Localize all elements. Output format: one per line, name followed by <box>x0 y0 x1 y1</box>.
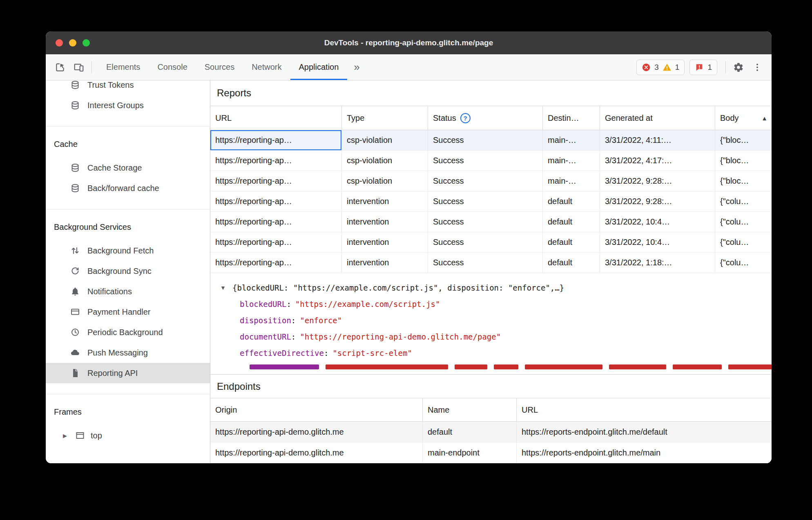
section-header-background-services: Background Services <box>46 217 210 237</box>
device-toolbar-icon <box>74 62 84 73</box>
devtools-toolbar: Elements Console Sources Network Applica… <box>46 54 772 80</box>
column-header-name[interactable]: Name <box>423 398 517 421</box>
minimize-window-icon[interactable] <box>69 39 76 47</box>
database-icon <box>70 80 80 90</box>
json-property: blockedURL"https://example.com/script.js… <box>220 296 772 312</box>
report-row[interactable]: https://reporting-ap… csp-violation Succ… <box>210 130 772 151</box>
json-property: documentURL"https://reporting-api-demo.g… <box>220 329 772 345</box>
report-url-cell: https://reporting-ap… <box>210 232 342 252</box>
endpoint-url-cell: https://reports-endpoint.glitch.me/defau… <box>517 422 772 442</box>
more-options-button[interactable] <box>748 58 767 77</box>
report-generated-cell: 3/31/2022, 10:4… <box>600 212 715 232</box>
report-row[interactable]: https://reporting-ap… intervention Succe… <box>210 212 772 232</box>
column-header-body[interactable]: Body ▲ <box>715 106 772 130</box>
clipped-json-line <box>250 364 772 369</box>
sidebar-item-notifications[interactable]: Notifications <box>46 281 210 302</box>
report-status-cell: Success <box>428 232 543 252</box>
sidebar-section-frames: Frames ▶ top <box>46 394 210 446</box>
sidebar-item-periodic-background-sync[interactable]: Periodic Background <box>46 322 210 342</box>
status-help-icon[interactable]: ? <box>460 113 471 123</box>
sidebar-section-background-services: Background Services Background Fetch Bac… <box>46 209 210 383</box>
tab-application[interactable]: Application <box>290 54 348 80</box>
inspect-element-button[interactable] <box>51 58 69 77</box>
report-generated-cell: 3/31/2022, 9:28:… <box>600 191 715 211</box>
section-header-cache: Cache <box>46 134 210 154</box>
column-header-endpoint-url[interactable]: URL <box>517 398 772 421</box>
sidebar-item-top-frame[interactable]: ▶ top <box>46 425 210 446</box>
column-header-destination[interactable]: Destin… <box>543 106 600 130</box>
report-body-preview: ▼ {blockedURL: "https://example.com/scri… <box>210 273 772 374</box>
tab-sources[interactable]: Sources <box>196 54 243 80</box>
sort-ascending-icon: ▲ <box>761 115 767 122</box>
column-header-type[interactable]: Type <box>342 106 428 130</box>
document-icon <box>70 368 80 378</box>
column-header-status[interactable]: Status ? <box>428 106 543 130</box>
report-destination-cell: default <box>543 212 600 232</box>
settings-button[interactable] <box>729 58 748 77</box>
sidebar-item-label: Periodic Background <box>87 328 163 337</box>
sidebar-item-label: top <box>91 431 102 440</box>
notifications-bell-icon <box>70 287 80 296</box>
sidebar-item-payment-handler[interactable]: Payment Handler <box>46 302 210 322</box>
report-body-cell: {"colu… <box>715 212 772 232</box>
section-header-frames: Frames <box>46 402 210 422</box>
report-url-cell: https://reporting-ap… <box>210 212 342 232</box>
tab-console[interactable]: Console <box>149 54 196 80</box>
report-status-cell: Success <box>428 171 543 191</box>
tab-elements[interactable]: Elements <box>98 54 149 80</box>
endpoints-section-title: Endpoints <box>210 374 772 398</box>
issues-icon <box>695 63 704 72</box>
column-header-generated-at[interactable]: Generated at <box>600 106 715 130</box>
warning-icon <box>663 63 671 72</box>
report-row[interactable]: https://reporting-ap… csp-violation Succ… <box>210 151 772 171</box>
endpoint-origin-cell: https://reporting-api-demo.glitch.me <box>210 442 423 463</box>
report-type-cell: csp-violation <box>342 171 428 191</box>
report-body-cell: {"bloc… <box>715 171 772 191</box>
report-generated-cell: 3/31/2022, 4:11:… <box>600 130 715 150</box>
report-row[interactable]: https://reporting-ap… intervention Succe… <box>210 191 772 212</box>
report-row[interactable]: https://reporting-ap… intervention Succe… <box>210 253 772 273</box>
endpoint-row[interactable]: https://reporting-api-demo.glitch.me def… <box>210 422 772 442</box>
reporting-api-view: Reports URL Type Status ? Destin… Genera… <box>210 80 772 463</box>
expand-arrow-icon[interactable]: ▶ <box>63 433 69 439</box>
sidebar-item-cache-storage[interactable]: Cache Storage <box>46 158 210 178</box>
sidebar-item-reporting-api[interactable]: Reporting API <box>46 363 210 383</box>
report-url-cell: https://reporting-ap… <box>210 253 342 273</box>
sidebar-item-interest-groups[interactable]: Interest Groups <box>46 95 210 116</box>
zoom-window-icon[interactable] <box>83 39 90 47</box>
report-url-cell: https://reporting-ap… <box>210 151 342 171</box>
report-destination-cell: main-… <box>543 151 600 171</box>
window-title: DevTools - reporting-api-demo.glitch.me/… <box>324 38 493 47</box>
endpoint-name-cell: default <box>423 422 517 442</box>
report-status-cell: Success <box>428 151 543 171</box>
close-window-icon[interactable] <box>56 39 63 47</box>
console-summary-badge[interactable]: 3 1 <box>636 60 685 75</box>
report-row[interactable]: https://reporting-ap… intervention Succe… <box>210 232 772 253</box>
report-url-cell[interactable]: https://reporting-ap… <box>210 130 342 150</box>
tab-network[interactable]: Network <box>243 54 290 80</box>
more-tabs-icon[interactable]: » <box>347 54 366 80</box>
sidebar-item-push-messaging[interactable]: Push Messaging <box>46 342 210 363</box>
application-panel: Trust Tokens Interest Groups Cache Cache… <box>46 80 772 463</box>
json-preview-summary: {blockedURL: "https://example.com/script… <box>232 283 564 292</box>
database-icon <box>70 100 80 110</box>
json-property-key: documentURL <box>240 332 300 341</box>
report-type-cell: csp-violation <box>342 151 428 171</box>
column-header-url[interactable]: URL <box>210 106 342 130</box>
issues-badge[interactable]: 1 <box>689 60 717 75</box>
sidebar-item-background-fetch[interactable]: Background Fetch <box>46 240 210 261</box>
column-header-origin[interactable]: Origin <box>210 398 423 421</box>
report-destination-cell: main-… <box>543 130 600 150</box>
toolbar-divider <box>725 61 726 73</box>
sidebar-item-back-forward-cache[interactable]: Back/forward cache <box>46 178 210 198</box>
sidebar-item-trust-tokens[interactable]: Trust Tokens <box>46 80 210 95</box>
report-generated-cell: 3/31/2022, 9:28:… <box>600 171 715 191</box>
disclosure-triangle-icon[interactable]: ▼ <box>220 284 232 291</box>
endpoint-url-cell: https://reports-endpoint.glitch.me/main <box>517 442 772 463</box>
report-generated-cell: 3/31/2022, 4:17:… <box>600 151 715 171</box>
sidebar-item-background-sync[interactable]: Background Sync <box>46 261 210 281</box>
device-toolbar-button[interactable] <box>69 58 88 77</box>
report-row[interactable]: https://reporting-ap… csp-violation Succ… <box>210 171 772 191</box>
window-controls <box>56 31 90 54</box>
endpoint-row[interactable]: https://reporting-api-demo.glitch.me mai… <box>210 442 772 463</box>
